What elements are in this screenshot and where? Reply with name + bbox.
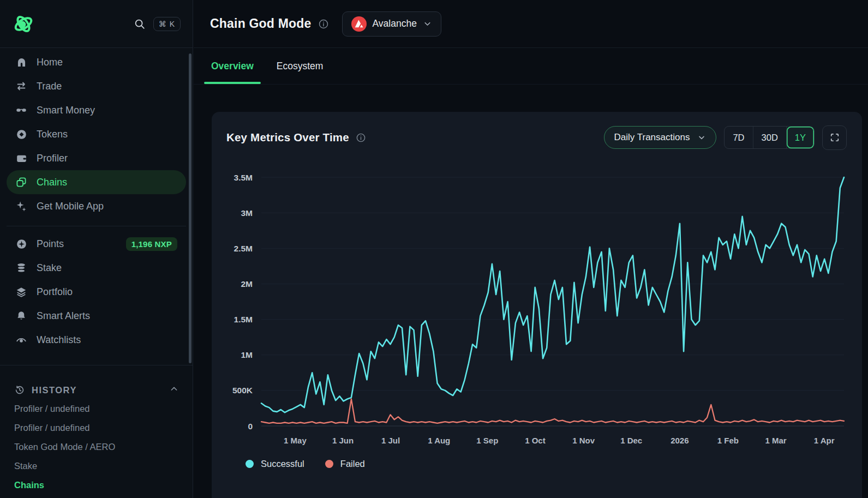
chains-icon	[15, 176, 27, 188]
chevron-down-icon	[423, 19, 432, 28]
sidebar-item-portfolio[interactable]: Portfolio	[7, 280, 186, 304]
trade-arrows-icon	[15, 80, 27, 92]
page-header: Chain God Mode Avalanche	[194, 0, 868, 48]
svg-text:1 Oct: 1 Oct	[525, 436, 546, 445]
app-window: ⌘ K Home Trade Smar	[0, 0, 868, 498]
eye-icon	[15, 334, 27, 346]
svg-text:2.5M: 2.5M	[234, 244, 253, 253]
chart-legend: Successful Failed	[226, 459, 847, 469]
avalanche-logo-icon	[351, 16, 367, 32]
chevron-down-icon	[697, 133, 706, 142]
range-7d-button[interactable]: 7D	[725, 127, 753, 148]
sidebar-scrollbar[interactable]	[189, 53, 191, 363]
metric-selector-dropdown[interactable]: Daily Transactions	[604, 126, 717, 149]
legend-label: Successful	[261, 459, 304, 469]
svg-text:1 Jul: 1 Jul	[381, 436, 400, 445]
legend-label: Failed	[340, 459, 365, 469]
sidebar-item-label: Profiler	[37, 153, 68, 164]
sidebar-item-label: Get Mobile App	[37, 201, 104, 212]
svg-text:2M: 2M	[241, 279, 253, 289]
sidebar-item-tokens[interactable]: Tokens	[7, 122, 186, 146]
legend-item-failed[interactable]: Failed	[325, 459, 365, 469]
card-info-icon[interactable]	[356, 133, 366, 143]
tab-overview[interactable]: Overview	[204, 48, 261, 84]
search-icon[interactable]	[134, 18, 146, 30]
sidebar-item-smart-alerts[interactable]: Smart Alerts	[7, 304, 186, 328]
bell-icon	[15, 310, 27, 322]
search-shortcut-badge[interactable]: ⌘ K	[153, 17, 181, 31]
history-clock-icon	[14, 385, 25, 395]
chain-selector-dropdown[interactable]: Avalanche	[342, 11, 441, 37]
sidebar-item-points[interactable]: Points 1,196 NXP	[7, 232, 186, 256]
card-title: Key Metrics Over Time	[226, 131, 349, 144]
sunglasses-icon	[15, 104, 27, 116]
sidebar: ⌘ K Home Trade Smar	[0, 0, 193, 498]
history-item[interactable]: Profiler / undefined	[14, 399, 178, 418]
svg-text:1 Sep: 1 Sep	[476, 436, 498, 445]
sidebar-item-label: Trade	[37, 81, 62, 92]
history-header[interactable]: HISTORY	[14, 381, 178, 399]
sidebar-item-chains[interactable]: Chains	[7, 170, 186, 194]
points-star-icon	[15, 238, 27, 250]
sidebar-divider	[7, 226, 186, 226]
sidebar-item-watchlists[interactable]: Watchlists	[7, 328, 186, 352]
legend-item-successful[interactable]: Successful	[246, 459, 304, 469]
svg-text:1 Nov: 1 Nov	[572, 436, 595, 445]
svg-text:1 Jun: 1 Jun	[332, 436, 354, 445]
sidebar-item-smart-money[interactable]: Smart Money	[7, 98, 186, 122]
chart-area[interactable]: 0500K1M1.5M2M2.5M3M3.5M1 May1 Jun1 Jul1 …	[226, 159, 847, 452]
sidebar-item-trade[interactable]: Trade	[7, 74, 186, 98]
sidebar-item-label: Home	[37, 57, 63, 68]
history-item[interactable]: Token God Mode / AERO	[14, 437, 178, 457]
history-item[interactable]: Profiler / undefined	[14, 418, 178, 437]
tab-ecosystem[interactable]: Ecosystem	[270, 48, 331, 84]
fullscreen-button[interactable]	[822, 125, 847, 150]
successful-legend-dot	[246, 460, 254, 468]
sidebar-logo-row: ⌘ K	[0, 0, 193, 48]
chevron-up-icon[interactable]	[170, 385, 178, 395]
nxp-points-badge: 1,196 NXP	[126, 237, 177, 251]
range-selector: 7D 30D 1Y	[724, 126, 815, 149]
tab-bar: Overview Ecosystem	[194, 48, 868, 85]
key-metrics-chart[interactable]: 0500K1M1.5M2M2.5M3M3.5M1 May1 Jun1 Jul1 …	[226, 159, 845, 450]
stake-coins-icon	[15, 262, 27, 274]
sidebar-item-label: Smart Money	[37, 105, 95, 116]
range-1y-button[interactable]: 1Y	[787, 127, 814, 148]
history-item[interactable]: Stake	[14, 457, 178, 476]
main-area: Chain God Mode Avalanche Overview Ecosys…	[194, 0, 868, 498]
token-icon	[15, 128, 27, 140]
failed-legend-dot	[325, 460, 333, 468]
sidebar-item-label: Portfolio	[37, 286, 73, 298]
layers-icon	[15, 286, 27, 298]
page-title: Chain God Mode	[210, 16, 312, 31]
nansen-logo[interactable]	[11, 11, 36, 37]
svg-text:1 Apr: 1 Apr	[814, 436, 835, 445]
svg-text:1 Aug: 1 Aug	[428, 436, 450, 445]
sidebar-item-label: Stake	[37, 262, 62, 274]
svg-text:1 Dec: 1 Dec	[620, 436, 642, 445]
home-icon	[15, 56, 27, 68]
sparkles-icon	[15, 200, 27, 212]
sidebar-item-stake[interactable]: Stake	[7, 256, 186, 280]
sidebar-item-label: Watchlists	[37, 334, 81, 346]
card-header: Key Metrics Over Time Daily Transactions	[226, 125, 847, 150]
sidebar-nav: Home Trade Smart Money	[0, 48, 193, 352]
content-area: Key Metrics Over Time Daily Transactions	[194, 85, 868, 498]
wallet-icon	[15, 152, 27, 164]
svg-text:1 May: 1 May	[284, 436, 307, 445]
card-controls: Daily Transactions 7D 30D 1Y	[604, 125, 847, 150]
metric-selector-label: Daily Transactions	[614, 132, 690, 143]
sidebar-divider-2	[0, 365, 193, 365]
sidebar-item-get-mobile-app[interactable]: Get Mobile App	[7, 194, 186, 218]
svg-text:1 Mar: 1 Mar	[765, 436, 786, 445]
svg-text:0: 0	[248, 422, 253, 431]
svg-text:500K: 500K	[232, 386, 253, 395]
history-item-current[interactable]: Chains	[14, 476, 178, 495]
sidebar-item-label: Smart Alerts	[37, 310, 90, 322]
sidebar-item-profiler[interactable]: Profiler	[7, 146, 186, 170]
range-30d-button[interactable]: 30D	[753, 127, 787, 148]
history-section: HISTORY Profiler / undefined Profiler / …	[0, 371, 193, 495]
key-metrics-card: Key Metrics Over Time Daily Transactions	[212, 112, 862, 498]
info-icon[interactable]	[318, 19, 329, 29]
sidebar-item-home[interactable]: Home	[7, 50, 186, 74]
